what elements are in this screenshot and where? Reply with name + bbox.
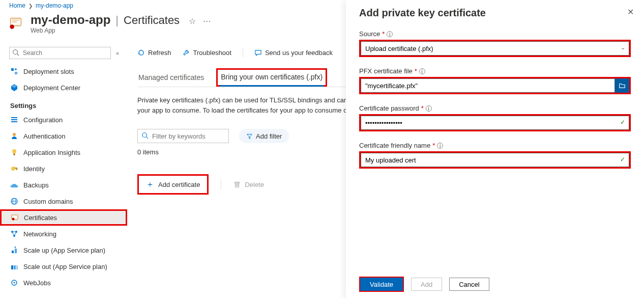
favorite-star-icon[interactable]: ☆ xyxy=(189,16,196,26)
sidebar-item-identity[interactable]: Identity xyxy=(9,160,127,177)
tab-managed-certificates[interactable]: Managed certificates xyxy=(137,70,205,87)
checkmark-icon: ✓ xyxy=(620,119,625,126)
feedback-label: Send us your feedback xyxy=(265,49,333,57)
page-title-section: Certificates xyxy=(124,14,180,27)
info-icon[interactable]: i xyxy=(426,105,432,112)
svg-rect-1 xyxy=(12,19,20,20)
refresh-label: Refresh xyxy=(148,49,171,57)
password-input[interactable] xyxy=(361,116,629,130)
password-label-text: Certificate password xyxy=(359,104,419,112)
friendly-name-input[interactable] xyxy=(361,153,629,167)
sidebar-search-input[interactable] xyxy=(9,47,111,59)
pfx-file-input[interactable] xyxy=(361,78,615,93)
filter-input-wrap xyxy=(137,129,229,143)
sidebar-item-label: WebJobs xyxy=(23,279,51,287)
more-actions-icon[interactable]: ··· xyxy=(203,17,211,26)
validate-button[interactable]: Validate xyxy=(360,278,403,291)
sidebar-item-custom-domains[interactable]: Custom domains xyxy=(9,193,127,209)
title-separator: | xyxy=(115,14,119,27)
search-icon xyxy=(141,132,149,139)
chevron-right-icon: ❯ xyxy=(28,3,33,9)
tab-active-underline xyxy=(220,85,324,87)
certificates-icon xyxy=(11,213,19,222)
svg-point-4 xyxy=(13,50,18,55)
panel-title: Add private key certificate xyxy=(359,7,631,19)
filter-icon xyxy=(246,133,253,140)
sidebar-section-settings: Settings xyxy=(10,102,127,110)
add-certificate-label: Add certificate xyxy=(158,181,200,188)
collapse-sidebar-icon[interactable]: « xyxy=(116,50,119,56)
required-asterisk: * xyxy=(432,142,435,149)
svg-rect-9 xyxy=(11,119,17,120)
troubleshoot-button[interactable]: Troubleshoot xyxy=(183,49,231,57)
sidebar-item-deployment-slots[interactable]: Deployment slots xyxy=(9,63,127,79)
sidebar-item-label: Certificates xyxy=(24,214,57,222)
source-select[interactable]: Upload certificate (.pfx) xyxy=(361,41,629,56)
svg-rect-7 xyxy=(15,72,17,74)
sidebar-item-configuration[interactable]: Configuration xyxy=(9,112,127,128)
sidebar-item-label: Custom domains xyxy=(23,198,73,205)
sidebar-item-label: Networking xyxy=(23,230,56,238)
sidebar-item-certificates[interactable]: Certificates xyxy=(0,209,127,226)
feedback-button[interactable]: Send us your feedback xyxy=(254,49,333,57)
feedback-icon xyxy=(254,49,262,57)
sidebar-item-backups[interactable]: Backups xyxy=(9,177,127,193)
sidebar-item-label: Deployment Center xyxy=(23,84,80,92)
sidebar-item-authentication[interactable]: Authentication xyxy=(9,128,127,144)
add-button: Add xyxy=(411,278,442,291)
svg-point-32 xyxy=(142,133,147,138)
slots-icon xyxy=(10,67,18,75)
action-divider xyxy=(221,179,221,189)
backups-icon xyxy=(10,181,18,189)
sidebar-item-label: Application Insights xyxy=(23,149,80,156)
delete-button: Delete xyxy=(233,181,264,188)
svg-rect-16 xyxy=(16,169,17,170)
pfx-file-label: PFX certificate file * i xyxy=(359,67,631,75)
svg-point-11 xyxy=(13,133,16,136)
close-icon[interactable]: ✕ xyxy=(627,7,634,17)
troubleshoot-label: Troubleshoot xyxy=(193,49,231,57)
sidebar-item-webjobs[interactable]: WebJobs xyxy=(9,275,127,291)
scale-out-icon xyxy=(10,262,18,270)
svg-rect-25 xyxy=(12,251,14,253)
refresh-button[interactable]: Refresh xyxy=(137,49,171,57)
sidebar-item-deployment-center[interactable]: Deployment Center xyxy=(9,79,127,96)
sidebar-item-label: Deployment slots xyxy=(23,68,74,75)
toolbar-divider xyxy=(243,48,243,57)
cancel-button[interactable]: Cancel xyxy=(449,278,489,291)
panel-footer: Validate Add Cancel xyxy=(359,277,631,292)
filter-keywords-input[interactable] xyxy=(137,129,229,143)
identity-icon xyxy=(10,165,18,173)
troubleshoot-icon xyxy=(183,49,190,57)
info-icon[interactable]: i xyxy=(387,31,393,37)
info-icon[interactable]: i xyxy=(437,143,443,149)
required-asterisk: * xyxy=(382,30,385,38)
info-icon[interactable]: i xyxy=(419,68,425,74)
breadcrumb-home[interactable]: Home xyxy=(9,2,25,9)
add-filter-button[interactable]: Add filter xyxy=(239,129,289,143)
svg-rect-15 xyxy=(15,168,17,169)
source-label: Source * i xyxy=(359,30,631,38)
add-filter-label: Add filter xyxy=(256,132,282,140)
sidebar-item-networking[interactable]: Networking xyxy=(9,226,127,242)
page-title-app: my-demo-app xyxy=(31,13,110,27)
svg-rect-26 xyxy=(15,249,17,253)
sidebar-item-scale-up[interactable]: Scale up (App Service plan) xyxy=(9,242,127,258)
resource-type-label: Web App xyxy=(31,27,211,34)
svg-line-33 xyxy=(147,137,149,139)
browse-file-button[interactable] xyxy=(615,78,629,93)
authentication-icon xyxy=(10,132,18,140)
add-certificate-button[interactable]: ＋ Add certificate xyxy=(140,177,206,192)
breadcrumb-app[interactable]: my-demo-app xyxy=(36,2,73,9)
sidebar-item-label: Scale up (App Service plan) xyxy=(23,247,105,254)
svg-rect-13 xyxy=(14,153,15,155)
sidebar-item-scale-out[interactable]: Scale out (App Service plan) xyxy=(9,258,127,275)
sidebar-item-application-insights[interactable]: Application Insights xyxy=(9,144,127,160)
tab-bring-your-own-certs[interactable]: Bring your own certificates (.pfx) xyxy=(216,68,327,87)
sidebar: « Deployment slots Deployment Center Set… xyxy=(0,44,127,299)
svg-rect-29 xyxy=(16,265,18,269)
validate-highlight: Validate xyxy=(359,277,404,292)
svg-line-5 xyxy=(17,54,19,56)
friendly-name-label: Certificate friendly name * i xyxy=(359,142,631,149)
svg-point-14 xyxy=(11,167,15,171)
